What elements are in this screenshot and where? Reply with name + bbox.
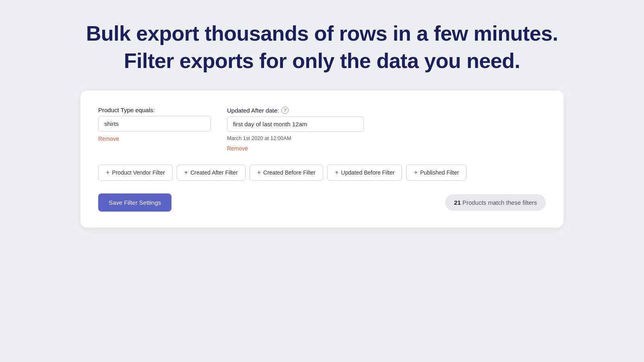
- plus-icon-created-after: +: [184, 169, 188, 176]
- add-product-vendor-filter-button[interactable]: + Product Vendor Filter: [98, 165, 173, 181]
- add-created-after-filter-button[interactable]: + Created After Filter: [177, 165, 246, 181]
- save-filter-settings-button[interactable]: Save Filter Settings: [98, 193, 171, 212]
- card-footer: Save Filter Settings 21 Products match t…: [98, 193, 546, 212]
- plus-icon-created-before: +: [257, 169, 261, 176]
- add-published-filter-button[interactable]: + Published Filter: [406, 165, 466, 181]
- add-created-before-filter-button[interactable]: + Created Before Filter: [250, 165, 323, 181]
- plus-icon-updated-before: +: [335, 169, 339, 176]
- updated-after-date-hint: March 1st 2020 at 12:00AM: [227, 135, 364, 141]
- plus-icon-vendor: +: [106, 169, 109, 176]
- hero-title: Bulk export thousands of rows in a few m…: [86, 20, 558, 74]
- match-badge: 21 Products match these filters: [445, 194, 546, 211]
- product-type-label: Product Type equals:: [98, 107, 211, 113]
- updated-after-remove[interactable]: Remove: [227, 145, 364, 152]
- help-icon[interactable]: ?: [281, 107, 289, 114]
- filter-card: Product Type equals: Remove Updated Afte…: [80, 90, 564, 228]
- match-count: 21: [454, 199, 461, 206]
- add-updated-before-filter-button[interactable]: + Updated Before Filter: [327, 165, 402, 181]
- active-filters-row: Product Type equals: Remove Updated Afte…: [98, 107, 546, 152]
- updated-after-filter-group: Updated After date: ? March 1st 2020 at …: [227, 107, 364, 152]
- product-type-filter-group: Product Type equals: Remove: [98, 107, 211, 142]
- plus-icon-published: +: [414, 169, 417, 176]
- updated-after-label: Updated After date: ?: [227, 107, 364, 114]
- product-type-remove[interactable]: Remove: [98, 136, 211, 142]
- updated-after-input[interactable]: [227, 116, 364, 132]
- product-type-input[interactable]: [98, 116, 211, 132]
- add-filters-row: + Product Vendor Filter + Created After …: [98, 165, 546, 181]
